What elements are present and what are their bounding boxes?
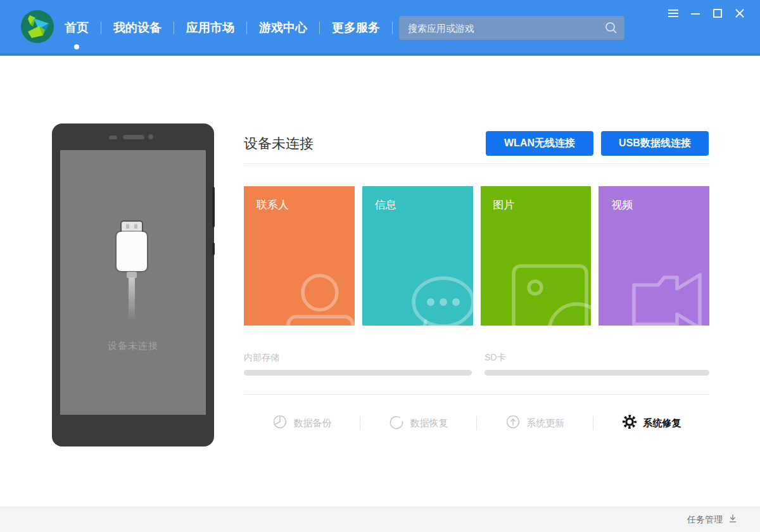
page-title: 设备未连接: [244, 134, 314, 153]
sd-card-label: SD卡: [484, 352, 505, 364]
action-row: 数据备份 数据恢复 系统更新: [244, 408, 709, 438]
task-manager-label: 任务管理: [687, 514, 723, 526]
search-input[interactable]: [399, 16, 624, 40]
message-bubble-icon: [394, 264, 473, 326]
wlan-connect-button[interactable]: WLAN无线连接: [486, 131, 593, 156]
usb-plug-body: [117, 232, 147, 271]
nav-item-home[interactable]: 首页: [62, 0, 91, 56]
contact-person-icon: [278, 266, 355, 326]
main-nav: 首页 我的设备 应用市场 游戏中心 更多服务: [62, 0, 402, 56]
search-icon[interactable]: [604, 21, 618, 37]
action-label: 数据恢复: [410, 417, 448, 429]
phone-side-button: [212, 243, 215, 255]
action-label: 系统修复: [643, 417, 681, 429]
category-tiles: 联系人 信息 图片: [244, 186, 709, 326]
phone-illustration: 设备未连接: [52, 124, 214, 446]
internal-storage-bar: [244, 370, 472, 376]
nav-separator: [392, 22, 393, 34]
nav-item-label: 应用市场: [186, 20, 234, 36]
tile-label: 图片: [493, 198, 515, 212]
active-dot: [74, 44, 79, 49]
update-arrow-icon: [505, 414, 521, 432]
data-backup-button[interactable]: 数据备份: [244, 414, 360, 432]
connect-buttons: WLAN无线连接 USB数据线连接: [486, 131, 709, 156]
video-camera-icon: [629, 263, 709, 326]
nav-item-app-market[interactable]: 应用市场: [184, 0, 237, 56]
usb-pin: [126, 224, 129, 229]
gear-icon: [622, 414, 637, 432]
sd-card-bar: [484, 370, 709, 376]
photo-frame-icon: [509, 261, 591, 326]
action-label: 数据备份: [294, 417, 332, 429]
usb-pin: [134, 224, 137, 229]
usb-connect-button[interactable]: USB数据线连接: [601, 131, 709, 156]
minimize-icon[interactable]: [689, 7, 702, 20]
nav-item-label: 游戏中心: [259, 20, 307, 36]
nav-item-more-services[interactable]: 更多服务: [329, 0, 383, 56]
phone-screen: 设备未连接: [60, 150, 206, 415]
divider: [244, 394, 709, 395]
nav-item-label: 首页: [65, 20, 89, 36]
action-label: 系统更新: [527, 417, 565, 429]
tile-label: 联系人: [256, 198, 289, 212]
app-window: 首页 我的设备 应用市场 游戏中心 更多服务: [0, 0, 760, 532]
status-bar: 任务管理: [0, 507, 760, 532]
nav-item-game-center[interactable]: 游戏中心: [256, 0, 310, 56]
download-icon: [727, 513, 738, 527]
phone-camera-icon: [148, 134, 153, 139]
divider: [244, 163, 709, 164]
close-icon[interactable]: [733, 7, 746, 20]
phone-speaker-icon: [123, 135, 144, 139]
phone-side-button: [212, 187, 215, 227]
usb-cable: [129, 277, 135, 322]
phone-speaker-icon: [109, 136, 117, 139]
tile-label: 视频: [611, 198, 633, 212]
menu-icon[interactable]: [667, 7, 680, 20]
nav-separator: [246, 22, 247, 34]
tile-messages[interactable]: 信息: [362, 186, 473, 326]
tile-pictures[interactable]: 图片: [481, 186, 592, 326]
backup-pie-icon: [272, 414, 288, 432]
app-logo-icon[interactable]: [21, 10, 54, 43]
window-controls: [667, 7, 746, 20]
search-box: [399, 16, 624, 40]
nav-separator: [319, 22, 320, 34]
nav-item-label: 更多服务: [332, 20, 380, 36]
tile-contacts[interactable]: 联系人: [244, 186, 355, 326]
maximize-icon[interactable]: [711, 7, 724, 20]
system-repair-button[interactable]: 系统修复: [593, 414, 709, 432]
task-manager-button[interactable]: 任务管理: [687, 507, 738, 532]
data-restore-button[interactable]: 数据恢复: [360, 414, 476, 432]
tile-videos[interactable]: 视频: [598, 186, 709, 326]
internal-storage-label: 内部存储: [244, 352, 279, 364]
nav-item-label: 我的设备: [113, 20, 162, 36]
header: 首页 我的设备 应用市场 游戏中心 更多服务: [0, 0, 760, 56]
nav-separator: [101, 22, 101, 34]
phone-status-text: 设备未连接: [60, 340, 206, 352]
system-update-button[interactable]: 系统更新: [477, 414, 593, 432]
nav-separator: [174, 22, 174, 34]
tile-label: 信息: [375, 198, 396, 212]
restore-arc-icon: [389, 414, 404, 432]
nav-item-my-device[interactable]: 我的设备: [111, 0, 164, 56]
